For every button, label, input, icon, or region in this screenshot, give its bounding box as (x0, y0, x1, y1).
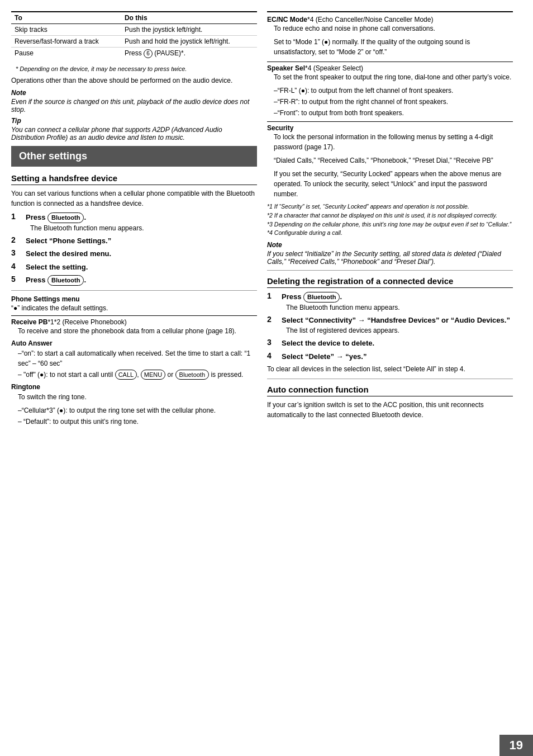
footnote-1: *1 If “Security” is set, “Security Locke… (267, 202, 513, 211)
circle-6: 6 (144, 49, 153, 58)
step-num-3: 3 (11, 248, 23, 257)
security-section: Security To lock the personal informatio… (267, 121, 513, 199)
table-header-to: To (11, 12, 121, 24)
delete-note: To clear all devices in the selection li… (267, 364, 513, 374)
delete-step-3-main: Select the device to delete. (282, 338, 513, 349)
step-3: 3 Select the desired menu. (11, 248, 257, 259)
receive-pb-text: To receive and store the phonebook data … (11, 326, 257, 336)
speaker-sel-section: Speaker Sel*4 (Speaker Select) To set th… (267, 62, 513, 118)
call-button: CALL (115, 370, 137, 380)
note-text: Even if the source is changed on this un… (11, 98, 257, 114)
page-number: 19 (499, 735, 533, 756)
delete-section-title: Deleting the registration of a connected… (267, 276, 513, 288)
handsfree-section-title: Setting a handsfree device (11, 173, 257, 185)
step-num-2: 2 (11, 235, 23, 244)
table-row: Pause Press 6 (PAUSE)*. (11, 48, 257, 60)
table-footnote: * Depending on the device, it may be nec… (11, 65, 257, 72)
bluetooth-button-4: Bluetooth (303, 292, 340, 303)
table-row: Skip tracks Push the joystick left/right… (11, 24, 257, 36)
right-column: EC/NC Mode*4 (Echo Canceller/Noise Cance… (267, 11, 513, 745)
security-text3: If you set the security, “Security Locke… (267, 169, 513, 199)
auto-answer-items: –“on”: to start a call automatically whe… (11, 348, 257, 380)
auto-answer-title: Auto Answer (11, 339, 257, 347)
auto-conn-text: If your car’s ignition switch is set to … (267, 400, 513, 420)
bluetooth-button-1: Bluetooth (47, 212, 84, 223)
step-num-1: 1 (11, 212, 23, 221)
right-footnotes: *1 If “Security” is set, “Security Locke… (267, 202, 513, 238)
step-2-main: Select “Phone Settings.” (26, 235, 257, 247)
delete-step-2-main: Select “Connectivity” → “Handsfree Devic… (282, 316, 510, 324)
controls-table: To Do this Skip tracks Push the joystick… (11, 11, 257, 60)
auto-answer-item-1: –“on”: to start a call automatically whe… (18, 348, 257, 368)
note-label: Note (11, 89, 257, 97)
footnote-3: *3 Depending on the cellular phone, this… (267, 220, 513, 229)
ecnc-text2: Set to “Mode 1” (●) normally. If the qua… (267, 37, 513, 57)
ringtone-items: –“Cellular*3” (●): to output the ring to… (11, 405, 257, 427)
delete-step-num-3: 3 (267, 338, 279, 347)
speaker-sel-items: –“FR-L” (●): to output from the left cha… (267, 86, 513, 118)
bluetooth-button-2: Bluetooth (47, 275, 84, 286)
handsfree-body: You can set various functions when a cel… (11, 188, 257, 209)
default-note: “●” indicates the default settings. (11, 304, 257, 312)
delete-step-4-main: Select “Delete” → “yes.” (282, 351, 513, 362)
speaker-item-2: –“FR-R”: to output from the right channe… (274, 97, 513, 107)
speaker-item-1: –“FR-L” (●): to output from the left cha… (274, 86, 513, 96)
ringtone-intro: To switch the ring tone. (11, 392, 257, 402)
other-settings-bar: Other settings (11, 146, 257, 167)
tip-label: Tip (11, 117, 257, 125)
step-1: 1 Press Bluetooth. The Bluetooth functio… (11, 212, 257, 233)
table-row: Reverse/fast-forward a track Push and ho… (11, 36, 257, 48)
step-num-5: 5 (11, 275, 23, 284)
delete-step-1-sub: The Bluetooth function menu appears. (286, 304, 399, 311)
footnote-2: *2 If a character that cannot be display… (267, 211, 513, 220)
divider-1 (11, 290, 257, 291)
table-header-dothis: Do this (121, 12, 257, 24)
delete-step-3: 3 Select the device to delete. (267, 338, 513, 349)
phone-menu-title: Phone Settings menu (11, 295, 257, 303)
ringtone-item-1: –“Cellular*3” (●): to output the ring to… (18, 405, 257, 415)
left-column: To Do this Skip tracks Push the joystick… (11, 11, 257, 745)
step-5-main: Press Bluetooth. (26, 276, 86, 284)
security-title: Security (267, 124, 513, 132)
ecnc-text1: To reduce echo and noise in phone call c… (267, 23, 513, 34)
note-text-2: If you select “Initialize” in the Securi… (267, 250, 513, 266)
step-4: 4 Select the setting. (11, 262, 257, 273)
footnote-4: *4 Configurable during a call. (267, 229, 513, 238)
step-5: 5 Press Bluetooth. (11, 275, 257, 286)
note-label-2: Note (267, 241, 513, 249)
ringtone-title: Ringtone (11, 383, 257, 391)
operations-text: Operations other than the above should b… (11, 77, 257, 84)
ringtone-item-2: – “Default”: to output this unit’s ring … (18, 417, 257, 427)
speaker-item-3: –“Front”: to output from both front spea… (274, 108, 513, 118)
ecnc-header: EC/NC Mode*4 (Echo Canceller/Noise Cance… (267, 16, 513, 23)
divider-3 (267, 379, 513, 379)
delete-step-2: 2 Select “Connectivity” → “Handsfree Dev… (267, 315, 513, 336)
step-3-main: Select the desired menu. (26, 248, 257, 259)
delete-step-1-main: Press Bluetooth. (282, 292, 342, 301)
menu-button: MENU (141, 370, 165, 380)
delete-step-1: 1 Press Bluetooth. The Bluetooth functio… (267, 291, 513, 313)
security-text2: “Dialed Calls,” “Received Calls,” “Phone… (267, 155, 513, 166)
step-2: 2 Select “Phone Settings.” (11, 235, 257, 247)
divider-2 (267, 270, 513, 271)
auto-answer-item-2: – "off" (●): to not start a call until C… (18, 370, 257, 380)
delete-step-num-4: 4 (267, 351, 279, 360)
delete-step-num-2: 2 (267, 315, 279, 324)
speaker-sel-text: To set the front speaker to output the r… (267, 72, 513, 82)
step-1-main: Press Bluetooth. (26, 213, 86, 221)
tip-text: You can connect a cellular phone that su… (11, 126, 257, 141)
speaker-sel-header: Speaker Sel*4 (Speaker Select) (267, 64, 513, 72)
step-4-main: Select the setting. (26, 262, 257, 273)
bluetooth-button-3: Bluetooth (175, 370, 209, 380)
step-1-sub: The Bluetooth function menu appears. (30, 224, 144, 232)
delete-step-num-1: 1 (267, 291, 279, 300)
receive-pb-header: Receive PB*1*2 (Receive Phonebook) (11, 318, 257, 326)
ecnc-section: EC/NC Mode*4 (Echo Canceller/Noise Cance… (267, 11, 513, 57)
security-text1: To lock the personal information in the … (267, 132, 513, 152)
auto-conn-title: Auto connection function (267, 385, 513, 396)
step-num-4: 4 (11, 262, 23, 271)
delete-step-4: 4 Select “Delete” → “yes.” (267, 351, 513, 362)
delete-step-2-sub: The list of registered devices appears. (286, 327, 399, 334)
